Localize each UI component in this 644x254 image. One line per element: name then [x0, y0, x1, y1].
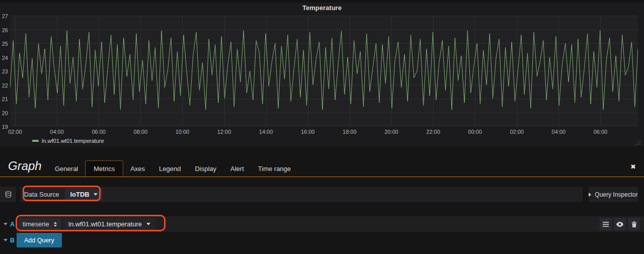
- y-tick-label: 24: [2, 55, 8, 61]
- x-tick-label: 02:00: [510, 129, 524, 135]
- y-tick-label: 20: [2, 110, 8, 116]
- trash-icon: [631, 221, 637, 227]
- tab-axes[interactable]: Axes: [123, 161, 152, 177]
- datasource-value: IoTDB: [70, 191, 89, 198]
- x-tick-label: 04:00: [552, 129, 566, 135]
- timeseries-target-value: ln.wf01.wt01.temperature: [68, 220, 142, 228]
- query-disable-button[interactable]: [614, 218, 626, 230]
- datasource-row: Data Source IoTDB Query Inspector: [0, 187, 644, 202]
- tab-alert[interactable]: Alert: [223, 161, 251, 177]
- y-tick-label: 19: [2, 124, 8, 130]
- query-row-b: B Add Query: [0, 233, 644, 247]
- query-ref-letter: A: [10, 221, 15, 228]
- datasource-bar: Data Source IoTDB: [20, 187, 583, 202]
- editor-header: Graph General Metrics Axes Legend Displa…: [0, 158, 644, 177]
- y-tick-label: 21: [2, 96, 8, 102]
- query-type-value: timeserie: [23, 220, 49, 228]
- datasource-toggle[interactable]: [0, 187, 16, 202]
- x-tick-label: 18:00: [343, 129, 357, 135]
- query-a-bar: timeserie ln.wf01.wt01.temperature: [17, 216, 644, 232]
- chevron-down-icon: [4, 239, 8, 241]
- add-query-button[interactable]: Add Query: [17, 233, 62, 247]
- tab-general[interactable]: General: [48, 161, 85, 177]
- x-tick-label: 04:00: [50, 129, 64, 135]
- legend-color-marker: [32, 140, 39, 142]
- eye-icon: [616, 222, 623, 227]
- query-inspector-label: Query Inspector: [595, 191, 637, 198]
- panel-editor: Graph General Metrics Axes Legend Displa…: [0, 146, 644, 254]
- datasource-select[interactable]: IoTDB: [65, 188, 102, 201]
- x-tick-label: 12:00: [217, 129, 231, 135]
- tab-display[interactable]: Display: [188, 161, 223, 177]
- legend-series-label: ln.wf01.wt01.temperature: [42, 138, 104, 144]
- query-b-collapse[interactable]: B: [0, 233, 17, 247]
- x-tick-label: 02:00: [8, 129, 22, 135]
- query-row-actions: [600, 218, 640, 230]
- tab-time-range[interactable]: Time range: [251, 161, 298, 177]
- query-row-a: A timeserie ln.wf01.wt01.temperature: [0, 216, 644, 232]
- tab-metrics[interactable]: Metrics: [85, 160, 123, 177]
- tab-legend[interactable]: Legend: [152, 161, 188, 177]
- query-a-collapse[interactable]: A: [0, 216, 17, 232]
- chevron-down-icon: [146, 223, 150, 225]
- y-tick-label: 27: [2, 13, 8, 19]
- x-tick-label: 16:00: [301, 129, 315, 135]
- timeseries-target-select[interactable]: ln.wf01.wt01.temperature: [63, 218, 155, 230]
- x-tick-label: 22:00: [426, 129, 440, 135]
- chart-legend[interactable]: ln.wf01.wt01.temperature: [32, 138, 104, 144]
- x-tick-label: 14:00: [259, 129, 273, 135]
- editor-panel-type-title: Graph: [8, 159, 42, 173]
- database-icon: [5, 191, 12, 198]
- select-updown-icon: [54, 222, 57, 227]
- x-tick-label: 08:00: [134, 129, 148, 135]
- triangle-right-icon: [589, 193, 591, 197]
- x-axis-labels: 02:0004:0006:0008:0010:0012:0014:0016:00…: [10, 128, 638, 135]
- x-tick-label: 10:00: [176, 129, 190, 135]
- chevron-down-icon: [94, 193, 98, 196]
- temperature-timeseries-chart[interactable]: [10, 16, 638, 126]
- y-tick-label: 26: [2, 27, 8, 33]
- chevron-down-icon: [4, 223, 8, 225]
- query-inspector-button[interactable]: Query Inspector: [589, 187, 638, 202]
- panel-resize-handle-icon[interactable]: [635, 139, 641, 145]
- panel-title[interactable]: Temperature: [0, 4, 644, 12]
- x-tick-label: 00:00: [468, 129, 482, 135]
- y-tick-label: 22: [2, 82, 8, 89]
- y-axis-labels: 272625242322212019: [0, 16, 9, 126]
- datasource-label: Data Source: [20, 191, 59, 198]
- query-menu-button[interactable]: [600, 218, 612, 230]
- y-tick-label: 25: [2, 41, 8, 47]
- query-type-select[interactable]: timeserie: [19, 218, 61, 230]
- x-tick-label: 06:00: [92, 129, 106, 135]
- y-tick-label: 23: [2, 68, 8, 74]
- editor-tabs: General Metrics Axes Legend Display Aler…: [48, 160, 298, 177]
- graph-panel: Temperature 272625242322212019 02:0004:0…: [0, 3, 644, 146]
- query-ref-letter: B: [10, 237, 15, 244]
- query-delete-button[interactable]: [628, 218, 640, 230]
- close-icon[interactable]: ✖: [630, 163, 636, 171]
- x-tick-label: 06:00: [594, 129, 608, 135]
- x-tick-label: 20:00: [384, 129, 398, 135]
- menu-icon: [603, 222, 609, 227]
